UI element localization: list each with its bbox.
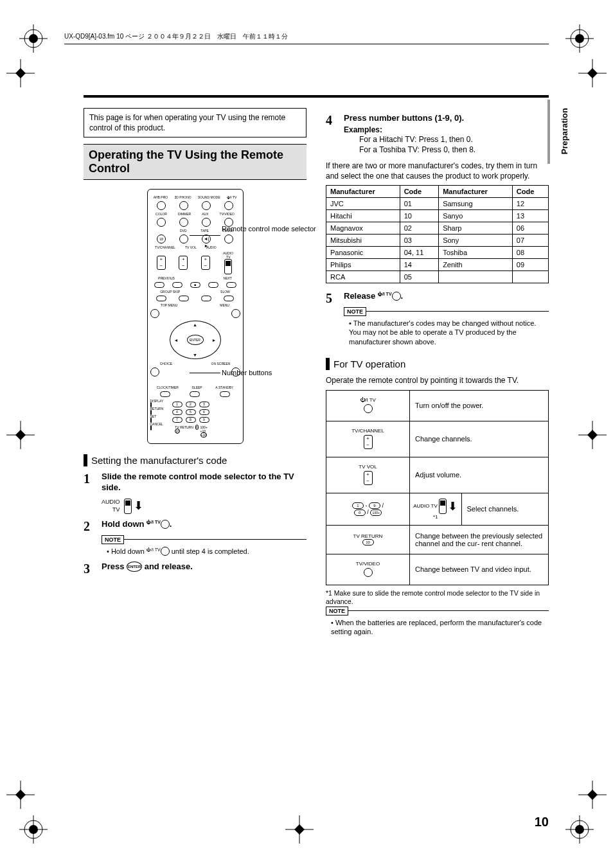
remote-button: [220, 391, 230, 397]
crop-mark-icon: [578, 781, 607, 809]
step-5: 5 Release ⏻/I TV.: [326, 291, 549, 306]
down-arrow-icon: ⬇: [448, 499, 458, 513]
header-meta: UX-QD9[A]-03.fm 10 ページ ２００４年９月２２日 水曜日 午前…: [64, 32, 549, 44]
svg-marker-19: [587, 430, 598, 440]
final-note: NOTE • When the batteries are replaced, …: [326, 610, 549, 637]
remote-button: [201, 296, 211, 301]
remote-button: [202, 201, 211, 210]
crop-mark-icon: [6, 421, 35, 449]
remote-button: [157, 201, 166, 210]
table-row: Magnavox02Sharp06: [326, 222, 549, 235]
right-column: 4 Press number buttons (1-9, 0). Example…: [326, 108, 549, 641]
enter-button: ENTER: [187, 335, 204, 345]
section-title: Operating the TV Using the Remote Contro…: [84, 144, 306, 179]
remote-rocker: +−: [201, 256, 210, 270]
crop-mark-icon: [19, 815, 48, 844]
remote-diagram: AHB PRO 3D PHONO SOUND MODE ⏻/I TV COLOR…: [84, 189, 306, 444]
table-row: ⏻/I TV Turn on/off the power.: [326, 390, 549, 421]
crop-mark-icon: [565, 815, 594, 844]
svg-marker-22: [15, 790, 26, 800]
table-row: Philips14Zenith09: [326, 259, 549, 271]
remote-button: [224, 201, 233, 210]
crop-mark-icon: [19, 24, 48, 53]
op-intro: Operate the remote control by pointing i…: [326, 375, 549, 385]
remote-button: [150, 309, 159, 318]
volume-rocker-icon: +−: [364, 471, 373, 485]
crop-mark-icon: [578, 421, 607, 449]
tv-return-icon: 10: [362, 539, 374, 545]
tv-operation-table: ⏻/I TV Turn on/off the power. TV/CHANNEL…: [326, 390, 549, 585]
number-pad: 1 2 3 4 5 6 7 8 9: [172, 402, 211, 423]
intro-box: This page is for when operating your TV …: [84, 108, 306, 137]
power-tv-icon: [364, 404, 373, 413]
table-row: TV/CHANNEL +− Change channels.: [326, 421, 549, 457]
remote-button: [172, 282, 182, 288]
remote-button: [150, 425, 152, 430]
svg-marker-10: [15, 68, 26, 78]
callout-number-buttons: Number buttons: [222, 369, 272, 376]
enter-icon: ENTER: [127, 562, 142, 572]
remote-button: [226, 282, 236, 288]
svg-marker-25: [587, 790, 598, 800]
table-row: TV/VIDEO Change between TV and video inp…: [326, 554, 549, 585]
table-row: 1 - 9 / 0 / 100+ AUDIO TV ⬇ *1: [326, 493, 549, 525]
step-3: 3 Press ENTER and release.: [84, 562, 306, 576]
header-text: UX-QD9[A]-03.fm 10 ページ ２００４年９月２２日 水曜日 午前…: [64, 33, 288, 40]
remote-rocker: +−: [157, 256, 166, 270]
remote-button: [156, 296, 166, 301]
down-arrow-icon: ⬇: [134, 499, 143, 513]
remote-button: [231, 309, 240, 318]
footnote-1: *1 Make sure to slide the remote control…: [326, 589, 549, 607]
remote-button: [190, 391, 200, 397]
crop-mark-icon: [578, 59, 607, 87]
mode-selector-icon: [224, 259, 232, 274]
callout-mode-selector: Remote control mode selector: [222, 225, 316, 233]
remote-button: [160, 391, 170, 397]
power-tv-icon: [161, 520, 170, 529]
table-row: TV RETURN 10 Change between the previous…: [326, 525, 549, 554]
subhead-setting-code: Setting the manufacturer's code: [84, 454, 306, 467]
remote-button: [150, 368, 159, 376]
step-4: 4 Press number buttons (1-9, 0). Example…: [326, 113, 549, 155]
top-rule: [84, 95, 549, 98]
crop-mark-icon: [6, 781, 35, 809]
power-tv-icon: [161, 547, 170, 556]
remote-button: [179, 235, 188, 244]
page-number: 10: [535, 815, 549, 829]
step-2: 2 Hold down ⏻/I TV.: [84, 519, 306, 534]
step5-note: NOTE • The manufacturer's codes may be c…: [344, 311, 549, 346]
step4-followup: If there are two or more manufacturer's …: [326, 161, 549, 181]
remote-button: 18: [157, 235, 166, 244]
subhead-tv-operation: For TV operation: [326, 358, 549, 371]
table-row: JVC01Samsung12: [326, 198, 549, 210]
svg-marker-13: [587, 68, 598, 78]
crop-mark-icon: [565, 24, 594, 53]
svg-marker-36: [294, 824, 305, 835]
remote-button: [179, 296, 189, 301]
table-row: TV VOL +− Adjust volume.: [326, 457, 549, 493]
nav-pad: ▲ ▼ ◄ ► ENTER: [170, 321, 221, 359]
remote-button: [208, 282, 218, 288]
remote-button: [202, 218, 211, 227]
svg-marker-16: [15, 430, 26, 440]
remote-button: [224, 235, 233, 244]
remote-button: [154, 282, 164, 288]
remote-button: [157, 218, 166, 227]
channel-rocker-icon: +−: [364, 435, 373, 449]
table-row: Mitsubishi03Sony07: [326, 235, 549, 247]
crop-mark-icon: [6, 59, 35, 87]
left-column: This page is for when operating your TV …: [84, 108, 306, 641]
mode-selector-icon: [124, 499, 132, 514]
table-row: Panasonic04, 11Toshiba08: [326, 247, 549, 259]
step-1: 1 Slide the remote control mode selector…: [84, 472, 306, 514]
table-row: RCA05: [326, 271, 549, 283]
remote-button: [224, 296, 234, 301]
remote-rocker: +−: [179, 256, 188, 270]
table-row: Hitachi10Sanyo13: [326, 210, 549, 222]
remote-button: ■: [190, 282, 200, 288]
manufacturer-code-table: Manufacturer Code Manufacturer Code JVC0…: [326, 185, 549, 283]
remote-button: ◄|►: [202, 235, 211, 244]
step2-note: NOTE • Hold down ⏻/I TV until step 4 is …: [102, 539, 306, 556]
tv-video-icon: [364, 568, 373, 577]
crop-mark-icon: [285, 815, 314, 844]
